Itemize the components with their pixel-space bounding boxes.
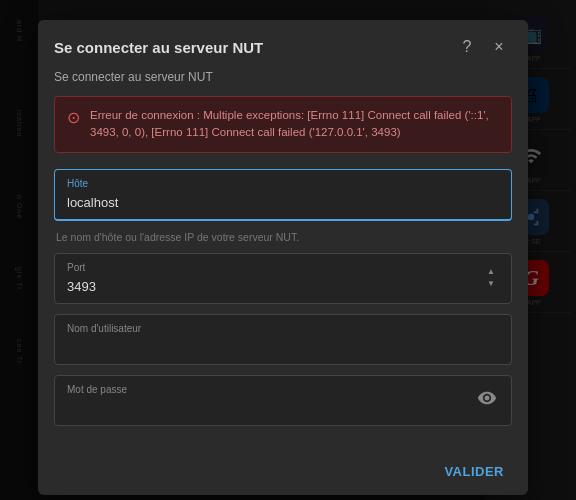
port-increment[interactable]: ▲: [483, 267, 499, 277]
port-input-wrap: Port: [67, 262, 483, 295]
host-hint: Le nom d'hôte ou l'adresse IP de votre s…: [54, 231, 512, 243]
error-box: ⊙ Erreur de connexion : Multiple excepti…: [54, 96, 512, 153]
port-field-inner: Port ▲ ▼: [67, 262, 499, 295]
host-field-group[interactable]: Hôte: [54, 169, 512, 221]
username-field-group[interactable]: Nom d'utilisateur: [54, 314, 512, 365]
password-input[interactable]: [67, 401, 475, 416]
username-input[interactable]: [67, 340, 499, 355]
host-label: Hôte: [67, 178, 499, 189]
password-label: Mot de passe: [67, 384, 475, 395]
dialog-titlebar: Se connecter au serveur NUT ? ×: [38, 20, 528, 70]
username-label: Nom d'utilisateur: [67, 323, 499, 334]
host-input[interactable]: [67, 195, 499, 210]
port-label: Port: [67, 262, 483, 273]
dialog-title: Se connecter au serveur NUT: [54, 39, 448, 56]
error-message: Erreur de connexion : Multiple exception…: [90, 107, 499, 142]
submit-button[interactable]: VALIDER: [436, 460, 512, 483]
dialog: Se connecter au serveur NUT ? × Se conne…: [38, 20, 528, 495]
dialog-subtitle: Se connecter au serveur NUT: [38, 70, 528, 96]
password-field-inner: Mot de passe: [67, 384, 499, 417]
password-toggle-button[interactable]: [475, 386, 499, 414]
password-input-wrap: Mot de passe: [67, 384, 475, 417]
port-field-group[interactable]: Port ▲ ▼: [54, 253, 512, 304]
port-input[interactable]: [67, 279, 483, 294]
port-decrement[interactable]: ▼: [483, 279, 499, 289]
error-icon: ⊙: [67, 108, 80, 127]
port-spinner[interactable]: ▲ ▼: [483, 267, 499, 289]
dialog-body: ⊙ Erreur de connexion : Multiple excepti…: [38, 96, 528, 452]
close-button[interactable]: ×: [486, 34, 512, 60]
password-field-group[interactable]: Mot de passe: [54, 375, 512, 426]
help-button[interactable]: ?: [454, 34, 480, 60]
dialog-footer: VALIDER: [38, 452, 528, 495]
